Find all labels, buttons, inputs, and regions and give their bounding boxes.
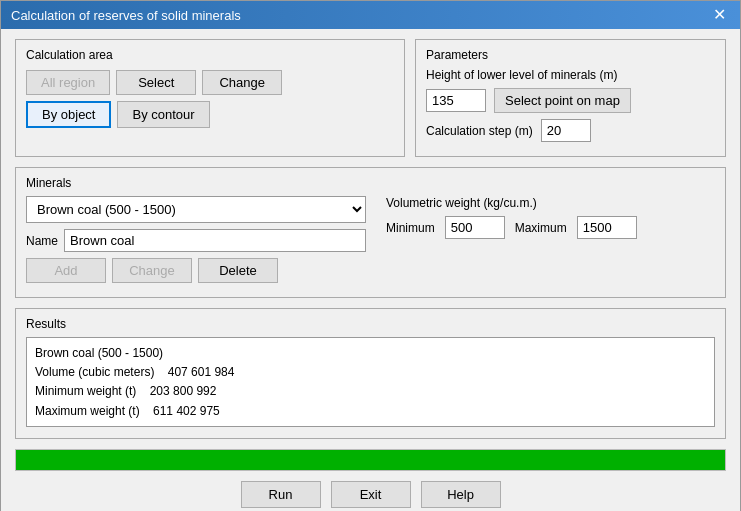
- name-input[interactable]: [64, 229, 366, 252]
- height-label: Height of lower level of minerals (m): [426, 68, 617, 82]
- change-button[interactable]: Change: [202, 70, 282, 95]
- select-point-button[interactable]: Select point on map: [494, 88, 631, 113]
- minimum-label: Minimum: [386, 221, 435, 235]
- calculation-area-box: Calculation area All region Select Chang…: [15, 39, 405, 157]
- results-label: Results: [26, 317, 715, 331]
- step-input[interactable]: [541, 119, 591, 142]
- window-title: Calculation of reserves of solid mineral…: [11, 8, 241, 23]
- minimum-input[interactable]: [445, 216, 505, 239]
- all-region-button[interactable]: All region: [26, 70, 110, 95]
- volumetric-label: Volumetric weight (kg/cu.m.): [386, 196, 715, 210]
- by-contour-button[interactable]: By contour: [117, 101, 209, 128]
- select-button[interactable]: Select: [116, 70, 196, 95]
- parameters-box: Parameters Height of lower level of mine…: [415, 39, 726, 157]
- delete-button[interactable]: Delete: [198, 258, 278, 283]
- by-object-button[interactable]: By object: [26, 101, 111, 128]
- footer-buttons: Run Exit Help: [15, 481, 726, 511]
- step-label: Calculation step (m): [426, 124, 533, 138]
- exit-button[interactable]: Exit: [331, 481, 411, 508]
- close-button[interactable]: ✕: [709, 7, 730, 23]
- mineral-change-button[interactable]: Change: [112, 258, 192, 283]
- main-window: Calculation of reserves of solid mineral…: [0, 0, 741, 511]
- minerals-label: Minerals: [26, 176, 715, 190]
- progress-bar-outer: [15, 449, 726, 471]
- maximum-input[interactable]: [577, 216, 637, 239]
- minerals-box: Minerals Brown coal (500 - 1500) Name Ad…: [15, 167, 726, 298]
- maximum-label: Maximum: [515, 221, 567, 235]
- calc-area-label: Calculation area: [26, 48, 394, 62]
- minerals-dropdown[interactable]: Brown coal (500 - 1500): [26, 196, 366, 223]
- run-button[interactable]: Run: [241, 481, 321, 508]
- results-box: Results: [15, 308, 726, 439]
- help-button[interactable]: Help: [421, 481, 501, 508]
- parameters-label: Parameters: [426, 48, 715, 62]
- title-bar: Calculation of reserves of solid mineral…: [1, 1, 740, 29]
- results-textarea: [26, 337, 715, 427]
- height-input[interactable]: [426, 89, 486, 112]
- add-button[interactable]: Add: [26, 258, 106, 283]
- progress-bar-inner: [16, 450, 725, 470]
- name-label: Name: [26, 234, 58, 248]
